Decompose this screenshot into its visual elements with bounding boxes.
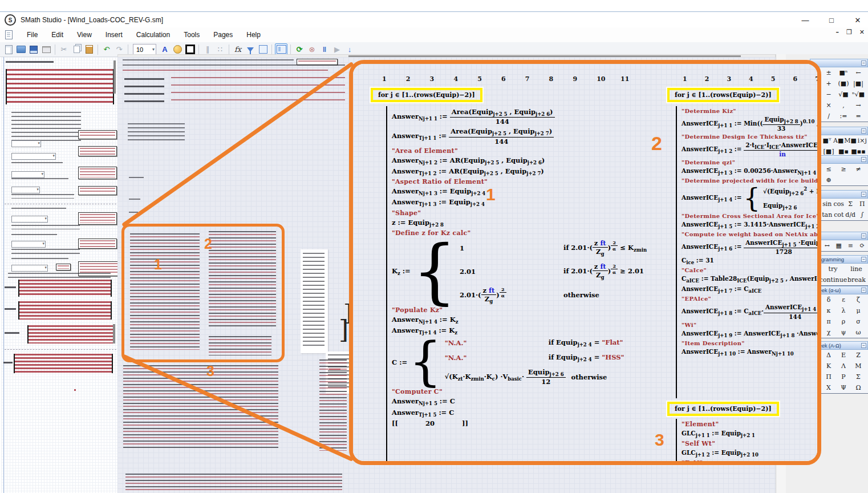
parentheses-key[interactable]: (■) xyxy=(836,78,851,89)
paste-button[interactable] xyxy=(83,44,95,55)
less-equal-key[interactable]: ≤ xyxy=(821,164,836,175)
product-key[interactable]: Π xyxy=(857,199,868,209)
cases-expression[interactable]: Kz :={1if 2.01·(z ftZg)2α ≤ Kzmin2.01if … xyxy=(392,239,650,304)
try-key[interactable]: try xyxy=(821,264,845,274)
upper-chi-key[interactable]: Χ xyxy=(821,382,836,393)
sigma-key[interactable]: σ xyxy=(851,316,866,327)
redo-button[interactable]: ↷ xyxy=(113,44,125,55)
collapse-section-button[interactable]: − xyxy=(861,128,866,134)
formula-line[interactable]: AnswerNj+1 2 := AR(Equipj+2 5 , Equipj+2… xyxy=(392,156,650,165)
formula-line[interactable]: AnswerICEj+1 3 := 0.00256·AnswerNj+1 4 · xyxy=(682,167,817,176)
menu-insert[interactable]: Insert xyxy=(99,29,129,41)
cut-button[interactable]: ✂ xyxy=(58,44,70,55)
collapse-section-button[interactable]: − xyxy=(861,192,866,197)
formula-line[interactable]: GLCj+1 2 := Equipj+2 10 xyxy=(682,449,817,458)
continue-key[interactable]: continue xyxy=(821,274,845,285)
collapse-section-button[interactable]: − xyxy=(861,343,866,348)
formula-line[interactable]: AnswerTj+1 3 := Equipj+2 4 xyxy=(392,198,650,207)
string-line[interactable]: "Populate Kz" xyxy=(392,306,650,314)
zeta-key[interactable]: ζ xyxy=(851,294,866,305)
divide-key[interactable]: / xyxy=(821,111,836,122)
string-line[interactable]: "Element" xyxy=(682,421,817,428)
collapse-section-button[interactable]: − xyxy=(861,288,866,293)
string-line[interactable]: "FaN" xyxy=(682,459,817,461)
vertical-space-button[interactable]: ∷ xyxy=(214,44,226,55)
recalculate-button[interactable]: ⟳ xyxy=(294,44,305,55)
upper-rho-key[interactable]: Ρ xyxy=(836,371,851,382)
formula-line[interactable]: AnswerICEj+1 2 := 2·tICE·IICE·AnswerICEj… xyxy=(682,142,817,157)
string-line[interactable]: "Determine Cross Sectional Area for Ice" xyxy=(682,213,817,219)
right-arrow-key[interactable]: → xyxy=(851,100,866,111)
horizontal-space-button[interactable]: ∥ xyxy=(202,44,213,55)
formula-line[interactable]: AnswerTj+1 2 := AR(Equipj+2 5 , Equipj+2… xyxy=(392,167,650,176)
formula-line[interactable]: AnswerICEj+1 10 := AnswerNj+1 10 xyxy=(682,348,817,357)
string-line[interactable]: "Wi" xyxy=(682,322,817,328)
formula-line[interactable]: CaICE := Table28ICE(Equipj+2 5 , AnswerI… xyxy=(682,275,817,284)
summation-key[interactable]: Σ xyxy=(845,199,857,209)
upper-zeta-key[interactable]: Ζ xyxy=(851,350,866,361)
not-equal-key[interactable]: ≠ xyxy=(851,164,866,175)
chi-key[interactable]: χ xyxy=(821,327,836,338)
string-line[interactable]: "Computer C" xyxy=(392,388,650,395)
formula-line[interactable]: AnswerNj+1 1 := Area(Equipj+2 5 , Equipj… xyxy=(392,108,650,126)
definition-key[interactable]: := xyxy=(836,111,851,122)
collapse-section-button[interactable]: − xyxy=(861,157,866,162)
plus-key[interactable]: + xyxy=(821,78,836,89)
minus-key[interactable]: − xyxy=(821,89,836,100)
grid-key[interactable]: ▦ xyxy=(833,240,845,251)
string-line[interactable]: "Shape" xyxy=(392,209,650,217)
string-line[interactable]: "Self Wt" xyxy=(682,440,817,447)
print-button[interactable] xyxy=(40,44,52,55)
overview-dropdown[interactable] xyxy=(11,241,46,248)
left-arrow-key[interactable]: ← xyxy=(851,67,866,78)
undo-button[interactable]: ↶ xyxy=(101,44,112,55)
collapse-section-button[interactable]: − xyxy=(861,233,866,239)
transpose-key[interactable]: ■ᵀ xyxy=(821,135,833,146)
derivative-key[interactable]: d/d xyxy=(845,209,857,220)
overview-dropdown[interactable] xyxy=(11,265,48,272)
formula-line[interactable]: AnswerICEj+1 5 := 3.1415·AnswerICEj+1 2 xyxy=(682,221,817,229)
collapse-section-button[interactable]: − xyxy=(861,60,866,66)
cases-expression[interactable]: C :={"N.A."if Equipj+2 4 = "Flat""N.A."i… xyxy=(392,338,650,386)
menu-file[interactable]: File xyxy=(21,29,44,41)
upper-kappa-key[interactable]: Κ xyxy=(821,361,836,371)
string-line[interactable]: "Determine Kiz" xyxy=(682,108,817,114)
lines-key[interactable]: ≡ xyxy=(845,240,857,251)
refresh-key[interactable]: ⟳ xyxy=(857,240,868,251)
formula-line[interactable]: [[ 20 ]] xyxy=(392,419,650,427)
upper-lambda-key[interactable]: Λ xyxy=(836,361,851,371)
formula-line[interactable]: AnswerICEj+1 9 := AnswerICEj+1 8 ·Answer xyxy=(682,330,817,338)
menu-tools[interactable]: Tools xyxy=(177,29,206,41)
upper-psi-key[interactable]: Ψ xyxy=(836,382,851,393)
absolute-value-key[interactable]: |■| xyxy=(851,78,866,89)
program-block-2[interactable]: "Determine Kiz"AnswerICEj+1 1 := Min((Eq… xyxy=(676,106,817,398)
string-line[interactable]: "CaIce" xyxy=(682,267,817,273)
greater-equal-key[interactable]: ≥ xyxy=(836,164,851,175)
overview-scrollbar-thumb[interactable] xyxy=(113,60,116,94)
formula-line[interactable]: AnswerICEj+1 7 := CaICE xyxy=(682,285,817,294)
font-color-button[interactable]: A xyxy=(159,44,171,55)
new-button[interactable] xyxy=(3,44,14,55)
upper-delta-key[interactable]: Δ xyxy=(821,350,836,361)
minverse-key[interactable]: M■ xyxy=(844,135,857,146)
function-button[interactable]: fx xyxy=(232,44,244,55)
mdi-close-button[interactable]: ✕ xyxy=(859,29,865,36)
determinant-key[interactable]: A■ xyxy=(833,135,844,146)
overview-dropdown[interactable] xyxy=(11,153,56,160)
copy-button[interactable] xyxy=(71,44,82,55)
for-loop-header[interactable]: for j ∈ [1..(rows(Equip)−2)] xyxy=(371,88,482,102)
overview-dropdown[interactable] xyxy=(11,187,40,193)
string-line[interactable]: "EPAIce" xyxy=(682,296,817,302)
filter-button[interactable] xyxy=(245,44,256,55)
formula-line[interactable]: AnswerTj+1 1 := Area(Equipj+2 5 , Equipj… xyxy=(392,127,650,145)
formula-line[interactable]: GLCj+1 1 := Equipj+2 1 xyxy=(682,430,817,438)
pause-button[interactable]: ‖ xyxy=(319,44,330,55)
plus-minus-key[interactable]: ± xyxy=(821,67,836,78)
overview-matrix-scrollbar[interactable] xyxy=(113,324,115,344)
break-key[interactable]: break xyxy=(845,274,868,285)
sin-key[interactable]: sin xyxy=(821,199,833,209)
minimize-button[interactable]: — xyxy=(800,16,811,25)
cot-key[interactable]: cot xyxy=(833,209,845,220)
border-button[interactable] xyxy=(184,44,196,55)
lambda-key[interactable]: λ xyxy=(836,305,851,316)
